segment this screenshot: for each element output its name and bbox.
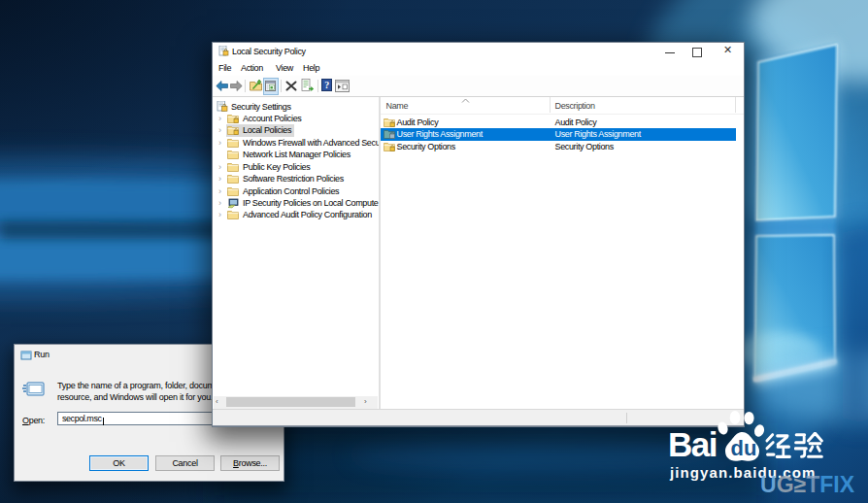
svg-text:?: ? xyxy=(324,80,329,90)
